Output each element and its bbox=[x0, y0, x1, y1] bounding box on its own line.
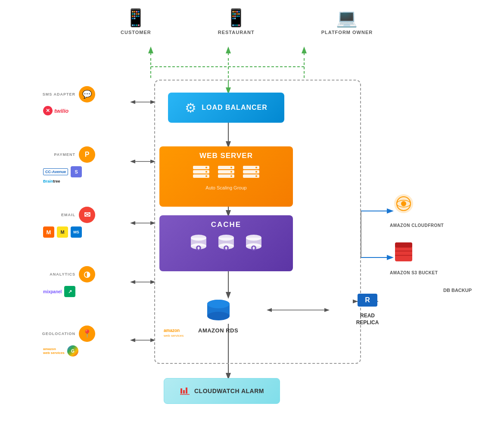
payment-label: PAYMENT bbox=[39, 152, 75, 157]
restaurant-label: RESTAURANT bbox=[218, 30, 255, 35]
platform-owner-icon: 💻 bbox=[336, 8, 358, 28]
restaurant-icon: 📱 bbox=[225, 8, 247, 28]
analytics-circle-icon: ◑ bbox=[79, 266, 95, 282]
cloudwatch-text: CLOUDWATCH ALARM bbox=[194, 388, 264, 394]
platform-owner-block: 💻 PLATFORM OWNER bbox=[321, 8, 373, 35]
svg-rect-63 bbox=[183, 390, 185, 394]
load-balancer-icon: ⚙ bbox=[185, 100, 196, 115]
cloudfront-icon bbox=[390, 192, 418, 217]
s3-label: AMAZON S3 BUCKET bbox=[390, 270, 438, 275]
mixpanel-logo: mixpanel bbox=[43, 289, 62, 294]
mailchimp-logo: M bbox=[57, 226, 68, 238]
server-icon-3 bbox=[242, 164, 260, 183]
read-replica-icon: R bbox=[356, 288, 379, 311]
svg-text:R: R bbox=[365, 296, 370, 304]
email-adapter-section: EMAIL ✉ M M MS bbox=[39, 207, 95, 238]
stripe-logo: S bbox=[71, 166, 82, 177]
rds-label: AMAZON RDS bbox=[198, 327, 238, 334]
cloudfront-section: AMAZON CLOUDFRONT bbox=[390, 192, 444, 229]
svg-point-36 bbox=[230, 171, 232, 173]
braintree-logo: Braintree bbox=[43, 179, 95, 183]
svg-point-68 bbox=[401, 201, 406, 206]
read-replica: R READREPLICA bbox=[356, 288, 379, 326]
customer-icon: 📱 bbox=[125, 8, 146, 28]
aws-geo-logo: amazonweb services bbox=[43, 347, 65, 355]
cc-avenue-logo: CC-Avenue bbox=[43, 168, 68, 175]
email-label: EMAIL bbox=[39, 213, 75, 217]
svg-point-29 bbox=[205, 167, 207, 168]
email-circle-icon: ✉ bbox=[79, 207, 95, 223]
google-maps-logo: G bbox=[67, 345, 78, 357]
sms-adapter-label: SMS ADAPTER bbox=[39, 92, 75, 96]
analytics-adapter-section: ANALYTICS ◑ mixpanel ↗ bbox=[39, 266, 95, 297]
server-icon-2 bbox=[217, 164, 235, 183]
svg-point-42 bbox=[255, 171, 257, 173]
cache-db-icon-3 bbox=[244, 233, 263, 254]
payment-circle-icon: P bbox=[79, 146, 95, 163]
payment-adapter-section: PAYMENT P CC-Avenue S Braintree bbox=[39, 146, 95, 183]
geolocation-adapter-section: GEOLOCATION 📍 amazonweb services G bbox=[39, 326, 95, 357]
svg-point-59 bbox=[207, 300, 230, 308]
server-icon-1 bbox=[192, 164, 210, 183]
ms-logo: MS bbox=[71, 226, 82, 238]
analytics-label: ANALYTICS bbox=[39, 272, 75, 276]
web-server-box: WEB SERVER bbox=[159, 146, 293, 207]
svg-point-35 bbox=[230, 167, 232, 168]
svg-point-31 bbox=[205, 175, 207, 177]
geolocation-label: GEOLOCATION bbox=[39, 332, 75, 336]
cloudwatch-box: CLOUDWATCH ALARM bbox=[164, 378, 280, 404]
svg-rect-71 bbox=[395, 242, 412, 248]
appsflyer-logo: ↗ bbox=[64, 286, 75, 297]
sms-adapter-section: SMS ADAPTER 💬 ✕ twilio bbox=[39, 86, 95, 115]
load-balancer: ⚙ LOAD BALANCER bbox=[168, 93, 284, 123]
twilio-logo: ✕ twilio bbox=[43, 106, 95, 115]
svg-point-41 bbox=[255, 167, 257, 168]
svg-text:amazon: amazon bbox=[164, 328, 180, 333]
customer-label: CUSTOMER bbox=[121, 30, 151, 35]
db-backup-label: DB BACKUP bbox=[443, 288, 472, 293]
svg-rect-64 bbox=[186, 388, 187, 394]
cloudwatch-icon bbox=[180, 386, 190, 396]
s3-icon bbox=[390, 239, 418, 265]
mandrill-logo: M bbox=[43, 226, 54, 238]
cloudfront-label: AMAZON CLOUDFRONT bbox=[390, 223, 444, 228]
read-replica-label: READREPLICA bbox=[356, 313, 379, 326]
db-backup: DB BACKUP bbox=[443, 288, 472, 293]
cache-db-icon-2 bbox=[217, 233, 236, 254]
platform-owner-label: PLATFORM OWNER bbox=[321, 30, 373, 35]
cache-icons-row bbox=[189, 233, 263, 254]
sms-circle-icon: 💬 bbox=[79, 86, 95, 102]
svg-point-37 bbox=[230, 175, 232, 177]
aws-logo-block: amazon web services bbox=[163, 325, 193, 338]
cache-title: CACHE bbox=[211, 220, 241, 229]
twilio-text: twilio bbox=[54, 108, 68, 114]
amazon-rds: AMAZON RDS bbox=[198, 297, 238, 334]
top-users-section: 📱 CUSTOMER 📱 RESTAURANT 💻 PLATFORM OWNER bbox=[121, 8, 373, 35]
restaurant-block: 📱 RESTAURANT bbox=[218, 8, 255, 35]
svg-point-43 bbox=[255, 175, 257, 177]
s3-section: AMAZON S3 BUCKET bbox=[390, 239, 438, 276]
diagram-container: 📱 CUSTOMER 📱 RESTAURANT 💻 PLATFORM OWNER… bbox=[0, 0, 504, 428]
geolocation-circle-icon: 📍 bbox=[79, 326, 95, 342]
load-balancer-label: LOAD BALANCER bbox=[202, 104, 268, 112]
cache-db-icon-1 bbox=[189, 233, 208, 254]
server-icons-row bbox=[192, 164, 260, 183]
svg-rect-62 bbox=[180, 388, 182, 394]
twilio-circle-icon: ✕ bbox=[43, 106, 53, 115]
svg-point-58 bbox=[207, 312, 230, 320]
rds-icon bbox=[205, 297, 232, 325]
svg-point-30 bbox=[205, 171, 207, 173]
auto-scaling-label: Auto Scaling Group bbox=[205, 185, 246, 190]
svg-text:web services: web services bbox=[163, 334, 184, 338]
aws-logo-icon: amazon web services bbox=[163, 325, 193, 338]
web-server-title: WEB SERVER bbox=[199, 152, 253, 160]
cache-box: CACHE bbox=[159, 215, 293, 271]
customer-block: 📱 CUSTOMER bbox=[121, 8, 151, 35]
